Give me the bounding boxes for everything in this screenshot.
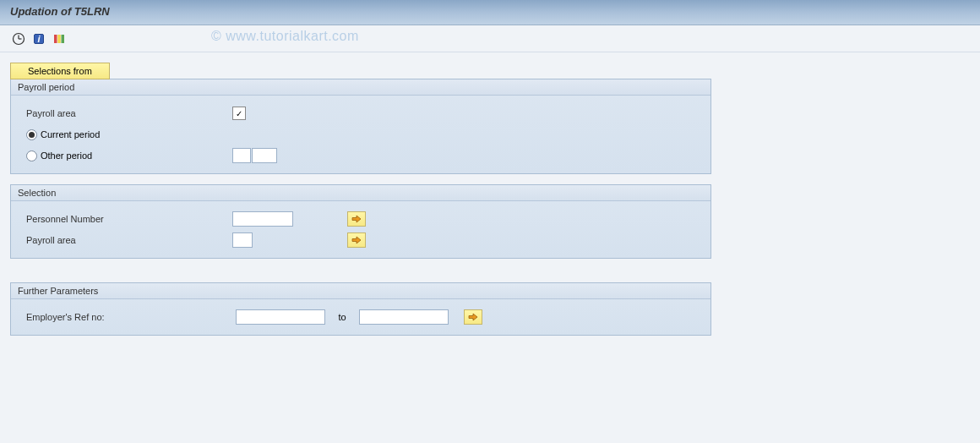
other-period-radio[interactable] — [26, 150, 37, 161]
other-period-input-2[interactable] — [252, 148, 277, 163]
group-selection: Selection Personnel Number Payroll area — [10, 184, 711, 259]
group-further-parameters: Further Parameters Employer's Ref no: to — [10, 282, 711, 336]
arrow-right-icon — [351, 215, 362, 223]
content-area: Selections from Payroll period Payroll a… — [0, 52, 980, 356]
personnel-number-input[interactable] — [232, 211, 293, 227]
other-period-label: Other period — [41, 150, 92, 161]
employer-ref-multi-button[interactable] — [464, 309, 482, 325]
employer-ref-label: Employer's Ref no: — [23, 312, 236, 322]
svg-rect-5 — [54, 35, 57, 43]
current-period-radio[interactable] — [26, 129, 37, 140]
variant-icon[interactable] — [51, 30, 68, 47]
other-period-input-1[interactable] — [232, 148, 251, 163]
employer-ref-from-input[interactable] — [236, 309, 325, 325]
payroll-area-sel-label: Payroll area — [23, 235, 232, 245]
arrow-right-icon — [468, 313, 478, 321]
selections-from-label: Selections from — [28, 66, 92, 76]
title-bar: Updation of T5LRN — [0, 0, 980, 25]
payroll-area-checkbox[interactable]: ✓ — [232, 107, 246, 120]
group-header: Further Parameters — [11, 283, 710, 299]
info-icon[interactable]: i — [30, 30, 47, 47]
svg-rect-7 — [62, 35, 65, 43]
group-payroll-period: Payroll period Payroll area ✓ Current pe… — [10, 79, 711, 174]
payroll-area-multi-button[interactable] — [347, 232, 366, 248]
execute-icon[interactable] — [10, 30, 27, 47]
selections-from-button[interactable]: Selections from — [10, 63, 110, 79]
payroll-area-label: Payroll area — [23, 108, 217, 118]
employer-ref-to-input[interactable] — [359, 309, 449, 325]
radio-dot-icon — [29, 132, 35, 138]
to-label: to — [332, 312, 352, 322]
svg-rect-6 — [57, 35, 61, 43]
payroll-area-sel-input[interactable] — [232, 232, 253, 248]
personnel-number-multi-button[interactable] — [347, 211, 366, 227]
toolbar: i — [0, 25, 980, 52]
group-header: Payroll period — [11, 79, 710, 96]
current-period-label: Current period — [41, 129, 100, 139]
group-header: Selection — [11, 185, 710, 201]
page-title: Updation of T5LRN — [10, 5, 110, 18]
arrow-right-icon — [351, 236, 362, 244]
personnel-number-label: Personnel Number — [23, 214, 232, 224]
